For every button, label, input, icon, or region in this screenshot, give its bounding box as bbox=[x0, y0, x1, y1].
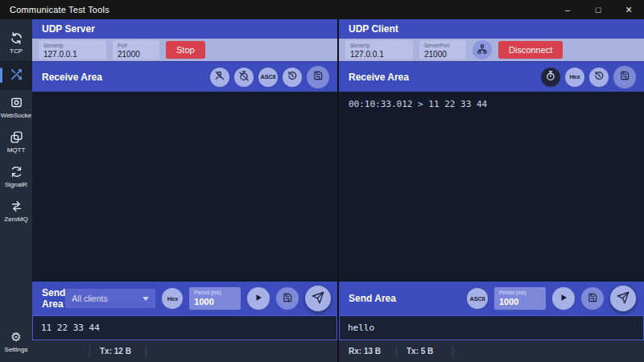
history-icon bbox=[287, 70, 298, 84]
client-rx-status: Rx: 13 B bbox=[339, 345, 397, 357]
sidebar-item-settings[interactable]: ⚙ Settings bbox=[0, 324, 32, 359]
client-period-field[interactable]: Period (ms) bbox=[494, 287, 546, 310]
client-send-controls: ASCII Period (ms) bbox=[467, 286, 636, 311]
signalr-icon bbox=[10, 165, 23, 179]
topology-icon bbox=[477, 43, 488, 57]
client-ip-label: ServerIp bbox=[350, 43, 408, 49]
save-icon bbox=[587, 292, 598, 306]
play-icon bbox=[559, 293, 568, 305]
client-receive-actions: Hex bbox=[541, 66, 636, 88]
server-period-field[interactable]: Period (ms) bbox=[189, 287, 241, 310]
main-area: TCP WebSocke MQTT bbox=[0, 19, 644, 362]
sidebar-item-mqtt[interactable]: MQTT bbox=[0, 125, 32, 159]
history-button[interactable] bbox=[283, 68, 302, 87]
client-port-field[interactable]: ServerPort bbox=[419, 40, 466, 60]
user-slash-icon bbox=[214, 70, 225, 84]
server-config-row: ServerIp Port Stop bbox=[32, 39, 337, 61]
sidebar-item-udp[interactable] bbox=[0, 60, 32, 90]
timestamp-off-toggle[interactable] bbox=[234, 68, 254, 87]
server-status-spacer bbox=[147, 345, 337, 357]
auto-send-play-button[interactable] bbox=[247, 287, 270, 310]
receive-encoding-toggle[interactable]: Hex bbox=[565, 68, 584, 87]
sidebar: TCP WebSocke MQTT bbox=[0, 19, 32, 362]
server-ip-input[interactable] bbox=[43, 49, 101, 59]
save-send-button[interactable] bbox=[581, 287, 604, 310]
client-ip-field[interactable]: ServerIp bbox=[345, 40, 413, 60]
sidebar-item-label: TCP bbox=[10, 47, 23, 55]
save-receive-button[interactable] bbox=[613, 66, 636, 88]
server-ip-label: ServerIp bbox=[43, 43, 101, 49]
receive-encoding-toggle[interactable]: ASCII bbox=[258, 68, 278, 87]
sidebar-item-signalr[interactable]: SignalR bbox=[0, 159, 32, 194]
udp-server-panel: UDP Server ServerIp Port Stop Receive Ar… bbox=[32, 19, 337, 362]
client-send-header: Send Area ASCII Period (ms) bbox=[339, 282, 644, 315]
period-label: Period (ms) bbox=[194, 290, 236, 296]
local-binding-button[interactable] bbox=[473, 40, 492, 60]
server-ip-field[interactable]: ServerIp bbox=[39, 40, 106, 60]
period-input[interactable] bbox=[499, 296, 541, 306]
shuffle-icon bbox=[10, 68, 23, 81]
sidebar-item-websocket[interactable]: WebSocke bbox=[0, 90, 32, 125]
server-port-input[interactable] bbox=[118, 49, 155, 59]
close-button[interactable]: ✕ bbox=[613, 0, 644, 19]
titlebar: Communicate Test Tools – □ ✕ bbox=[0, 0, 644, 19]
client-target-dropdown[interactable]: All clients bbox=[65, 289, 155, 308]
mqtt-icon bbox=[10, 130, 23, 144]
stop-button[interactable]: Stop bbox=[166, 41, 205, 59]
client-send-input-row bbox=[339, 315, 644, 340]
sidebar-item-zeromq[interactable]: ZeroMQ bbox=[0, 194, 32, 228]
send-encoding-toggle[interactable]: Hex bbox=[162, 288, 183, 309]
send-button[interactable] bbox=[305, 286, 331, 311]
save-send-button[interactable] bbox=[276, 287, 299, 310]
paper-plane-icon bbox=[617, 291, 630, 306]
minimize-button[interactable]: – bbox=[552, 0, 583, 19]
maximize-button[interactable]: □ bbox=[583, 0, 613, 19]
client-receive-header: Receive Area Hex bbox=[339, 61, 644, 92]
save-icon bbox=[282, 292, 293, 306]
timer-icon bbox=[545, 70, 556, 84]
send-button[interactable] bbox=[610, 286, 636, 311]
server-receive-header: Receive Area ASCII bbox=[32, 61, 337, 92]
client-send-title: Send Area bbox=[349, 293, 467, 304]
sync-icon bbox=[10, 31, 23, 45]
history-icon bbox=[593, 70, 605, 84]
server-send-input-row bbox=[32, 315, 337, 340]
client-receive-area[interactable]: 00:10:33.012 > 11 22 33 44 bbox=[339, 92, 644, 282]
sidebar-item-label: SignalR bbox=[5, 181, 27, 188]
client-panel-header: UDP Client bbox=[339, 19, 644, 39]
period-input[interactable] bbox=[194, 296, 236, 306]
client-tx-status: Tx: 5 B bbox=[397, 345, 453, 357]
sidebar-item-label: ZeroMQ bbox=[4, 216, 27, 223]
client-panel-title: UDP Client bbox=[349, 23, 398, 35]
server-panel-title: UDP Server bbox=[42, 23, 95, 35]
server-port-field[interactable]: Port bbox=[113, 40, 159, 60]
server-send-input[interactable] bbox=[41, 323, 328, 333]
server-send-title: Send Area bbox=[42, 287, 65, 310]
period-label: Period (ms) bbox=[499, 290, 541, 296]
save-receive-button[interactable] bbox=[307, 66, 329, 88]
client-statusbar: Rx: 13 B Tx: 5 B bbox=[339, 340, 644, 362]
send-encoding-toggle[interactable]: ASCII bbox=[467, 288, 488, 309]
disconnect-button[interactable]: Disconnect bbox=[498, 41, 563, 59]
sidebar-item-label: WebSocke bbox=[1, 112, 32, 119]
zeromq-icon bbox=[10, 200, 23, 213]
client-port-input[interactable] bbox=[424, 49, 461, 59]
window-controls: – □ ✕ bbox=[552, 0, 644, 19]
client-send-input[interactable] bbox=[348, 323, 635, 333]
client-target-value: All clients bbox=[72, 294, 107, 303]
server-send-controls: All clients Hex Period (ms) bbox=[65, 286, 331, 311]
client-status-spacer bbox=[453, 345, 644, 357]
history-button[interactable] bbox=[589, 68, 609, 87]
server-tx-status: Tx: 12 B bbox=[90, 345, 147, 357]
paper-plane-icon bbox=[312, 291, 324, 306]
client-info-toggle[interactable] bbox=[210, 68, 229, 87]
server-receive-actions: ASCII bbox=[210, 66, 329, 88]
sidebar-item-tcp[interactable]: TCP bbox=[0, 26, 32, 60]
auto-send-play-button[interactable] bbox=[552, 287, 575, 310]
sidebar-item-label: MQTT bbox=[7, 146, 26, 154]
client-receive-title: Receive Area bbox=[349, 72, 541, 83]
server-receive-area[interactable] bbox=[32, 92, 337, 282]
client-ip-input[interactable] bbox=[350, 49, 408, 59]
timestamp-on-toggle[interactable] bbox=[541, 68, 560, 87]
server-send-header: Send Area All clients Hex Period (ms) bbox=[32, 282, 337, 315]
